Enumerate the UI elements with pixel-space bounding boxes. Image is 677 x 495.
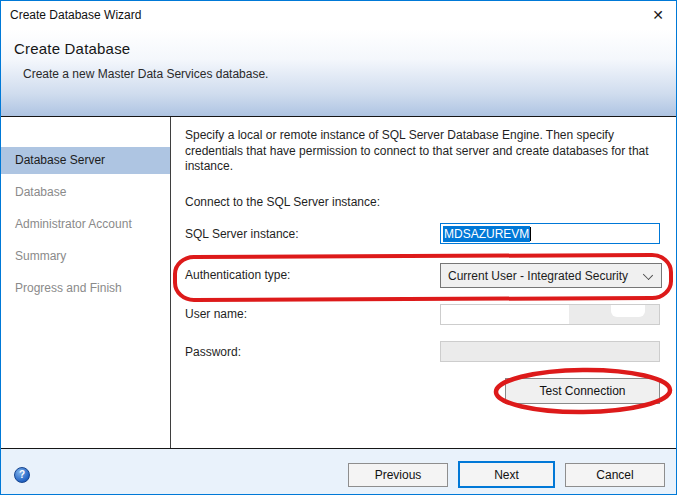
password-input <box>440 341 660 362</box>
wizard-footer: ? Previous Next Cancel <box>1 448 676 494</box>
wizard-header: Create Database Create a new Master Data… <box>1 29 676 117</box>
authentication-type-label: Authentication type: <box>185 268 290 282</box>
page-subtitle: Create a new Master Data Services databa… <box>23 67 676 81</box>
test-connection-button[interactable]: Test Connection <box>505 378 660 404</box>
create-database-wizard-dialog: Create Database Wizard ✕ Create Database… <box>0 0 677 495</box>
password-label: Password: <box>185 345 241 359</box>
next-button[interactable]: Next <box>458 461 555 488</box>
help-icon: ? <box>19 469 25 480</box>
close-button[interactable]: ✕ <box>646 4 670 26</box>
selected-text: MDSAZUREVM <box>443 226 530 242</box>
user-name-label: User name: <box>185 307 247 321</box>
window-title: Create Database Wizard <box>10 8 141 22</box>
close-icon: ✕ <box>652 7 664 23</box>
chevron-down-icon <box>643 270 653 280</box>
authentication-type-select[interactable]: Current User - Integrated Security <box>440 263 662 288</box>
sidebar-item-administrator-account[interactable]: Administrator Account <box>1 211 170 238</box>
sidebar-item-summary[interactable]: Summary <box>1 243 170 270</box>
sql-server-instance-label: SQL Server instance: <box>185 227 299 241</box>
redaction-patch <box>611 305 645 317</box>
cancel-button[interactable]: Cancel <box>565 463 665 487</box>
redaction-patch <box>441 305 569 324</box>
help-button[interactable]: ? <box>14 467 30 483</box>
text-caret <box>530 227 531 241</box>
panel-description: Specify a local or remote instance of SQ… <box>185 128 667 175</box>
connect-instance-label: Connect to the SQL Server instance: <box>185 195 380 209</box>
sidebar-item-database-server[interactable]: Database Server <box>1 147 170 174</box>
title-bar: Create Database Wizard <box>1 1 676 29</box>
sidebar-item-database[interactable]: Database <box>1 179 170 206</box>
page-title: Create Database <box>14 40 676 57</box>
sql-server-instance-input[interactable]: MDSAZUREVM <box>440 223 660 244</box>
authentication-type-value: Current User - Integrated Security <box>448 269 628 283</box>
sidebar-item-progress-and-finish[interactable]: Progress and Finish <box>1 275 170 302</box>
user-name-input <box>440 304 660 325</box>
footer-buttons: Previous Next Cancel <box>348 461 665 488</box>
wizard-body: Database Server Database Administrator A… <box>1 117 676 448</box>
previous-button[interactable]: Previous <box>348 463 448 487</box>
database-server-panel: Specify a local or remote instance of SQ… <box>171 117 676 448</box>
wizard-steps-sidebar: Database Server Database Administrator A… <box>1 117 171 448</box>
